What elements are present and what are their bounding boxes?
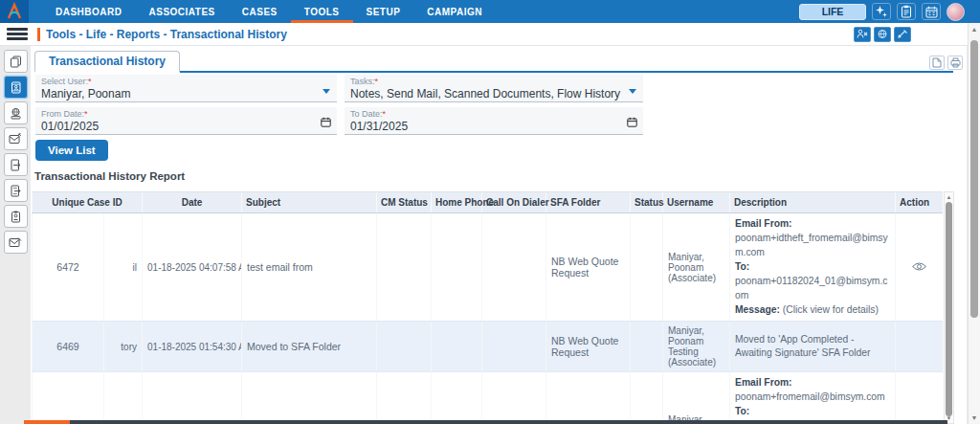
cell-sfa-folder: NB Web Quote Request — [546, 322, 631, 372]
report-table-wrap: Unique Case ID Date Subject CM Status Ho… — [32, 191, 943, 424]
sidebar-id-badge-button[interactable] — [4, 205, 28, 228]
cell-home-phone — [432, 322, 482, 372]
page-scrollbar[interactable]: ▲ ▼ — [968, 23, 980, 424]
col-home-phone: Home Phone — [432, 192, 482, 213]
main-panel: Transactional History Select User:* Mani… — [31, 46, 967, 424]
menu-campaign[interactable]: CAMPAIGN — [413, 0, 496, 23]
menu-setup[interactable]: SETUP — [353, 0, 414, 23]
cell-status — [631, 372, 663, 424]
sidebar-export-doc-button[interactable] — [4, 153, 28, 176]
cell-sfa-folder: NB Web Quote Request — [546, 213, 631, 322]
sidebar-copy-docs-button[interactable] — [4, 50, 28, 73]
sidebar-send-mail-button[interactable] — [4, 231, 28, 254]
cell-username: Maniyar, Poonam Testing (Associate) - Sy… — [663, 372, 730, 424]
sidebar-doc-forward-button[interactable] — [4, 179, 28, 202]
to-date-value: 01/31/2025 — [350, 120, 637, 133]
clipboard-button[interactable] — [897, 3, 916, 20]
navbar-right: LIFE — [799, 3, 980, 21]
breadcrumb: Tools - Life - Reports - Transactional H… — [46, 28, 287, 41]
print-icon — [950, 57, 961, 68]
app-screen: DASHBOARD ASSOCIATES CASES TOOLS SETUP C… — [0, 0, 980, 424]
tab-strip: Transactional History — [34, 52, 953, 73]
date-picker-icon[interactable] — [321, 117, 331, 127]
cell-type: il — [104, 213, 143, 322]
cell-username: Maniyar, Poonam Testing (Associate) — [663, 322, 730, 372]
date-picker-icon[interactable] — [627, 117, 637, 127]
table-scrollbar[interactable]: ▲ ▼ — [944, 191, 954, 424]
cell-username: Maniyar, Poonam (Associate) — [663, 213, 730, 322]
breadcrumb-actions — [854, 27, 911, 42]
copy-docs-icon — [10, 56, 22, 68]
cell-description: Email From: poonam+idtheft_fromemail@bim… — [730, 213, 896, 322]
cell-case-id: 6469 — [33, 372, 104, 424]
col-subject: Subject — [242, 192, 377, 213]
col-action: Action — [896, 192, 943, 213]
to-date-field[interactable]: To Date:* 01/31/2025 — [345, 107, 643, 135]
main-menu: DASHBOARD ASSOCIATES CASES TOOLS SETUP C… — [42, 0, 496, 23]
sidebar-address-book-button[interactable] — [4, 76, 28, 99]
horizontal-scrollbar-thumb[interactable] — [70, 420, 947, 424]
bottom-strip-orange — [24, 420, 70, 424]
cell-status — [631, 322, 663, 372]
scroll-up-icon[interactable]: ▲ — [969, 26, 980, 33]
col-cm-status: CM Status — [377, 192, 432, 213]
export-button[interactable] — [929, 56, 945, 70]
view-list-button[interactable]: View List — [35, 140, 108, 161]
cell-action — [896, 322, 943, 372]
tab-transactional-history[interactable]: Transactional History — [34, 51, 180, 73]
scroll-up-icon[interactable]: ▲ — [945, 193, 953, 201]
mail-compose-icon — [9, 133, 22, 145]
calendar-button[interactable] — [922, 3, 941, 20]
globe-button[interactable] — [874, 27, 891, 42]
print-button[interactable] — [947, 56, 963, 70]
web-docs-icon — [10, 107, 22, 120]
table-header-row: Unique Case ID Date Subject CM Status Ho… — [33, 192, 944, 213]
cell-type: il — [104, 372, 143, 424]
sidebar-compose-mail-button[interactable] — [4, 127, 28, 150]
view-details-button[interactable] — [911, 261, 927, 272]
to-date-label: To Date:* — [350, 109, 637, 119]
cell-date: 01-18-2025 01:54:30 AM — [143, 372, 242, 424]
col-status: Status — [631, 192, 663, 213]
tasks-value: Notes, Send Mail, Scanned Documents, Flo… — [350, 87, 637, 100]
chevron-down-icon[interactable] — [323, 89, 330, 94]
cell-action — [896, 372, 943, 424]
cell-status — [631, 213, 663, 322]
cell-cm-status — [377, 372, 432, 424]
select-user-field[interactable]: Select User:* Maniyar, Poonam — [35, 75, 337, 102]
cell-cm-status — [377, 322, 432, 372]
page-scrollbar-thumb[interactable] — [970, 40, 978, 318]
tasks-field[interactable]: Tasks:* Notes, Send Mail, Scanned Docume… — [345, 75, 643, 102]
cell-case-id: 6472 — [33, 213, 104, 322]
app-logo[interactable] — [0, 0, 29, 23]
cell-type: tory — [104, 322, 143, 372]
cell-sfa-folder: NB Web Quote Request — [546, 372, 631, 424]
attachment-button[interactable] — [894, 27, 911, 42]
logo-icon — [4, 2, 25, 21]
bottom-strip — [0, 420, 980, 424]
col-unique-case-id: Unique Case ID — [33, 192, 143, 213]
id-badge-icon — [10, 211, 22, 223]
table-scrollbar-thumb[interactable] — [946, 202, 952, 416]
sparkles-button[interactable] — [872, 3, 891, 20]
user-avatar[interactable] — [947, 3, 965, 21]
report-table: Unique Case ID Date Subject CM Status Ho… — [32, 191, 943, 424]
user-tools-button[interactable] — [854, 27, 871, 42]
menu-dashboard[interactable]: DASHBOARD — [42, 0, 136, 23]
doc-export-icon — [10, 159, 22, 171]
report-title: Transactional History Report — [34, 170, 185, 182]
menu-tools[interactable]: TOOLS — [291, 0, 353, 23]
table-row: 6469 il 01-18-2025 01:54:30 AM Testing E… — [33, 372, 944, 424]
address-book-icon — [10, 81, 22, 94]
hamburger-menu-button[interactable] — [7, 28, 28, 40]
cell-home-phone — [432, 372, 482, 424]
life-module-button[interactable]: LIFE — [799, 4, 866, 20]
chevron-down-icon[interactable] — [629, 89, 636, 94]
menu-associates[interactable]: ASSOCIATES — [136, 0, 229, 23]
col-sfa-folder: SFA Folder — [546, 192, 631, 213]
menu-cases[interactable]: CASES — [229, 0, 291, 23]
table-row: 6472 il 01-18-2025 04:07:58 AM test emai… — [33, 213, 944, 322]
cell-description: Moved to 'App Completed - Awaiting Signa… — [730, 322, 896, 372]
sidebar-web-docs-button[interactable] — [4, 101, 28, 124]
from-date-field[interactable]: From Date:* 01/01/2025 — [35, 107, 337, 135]
